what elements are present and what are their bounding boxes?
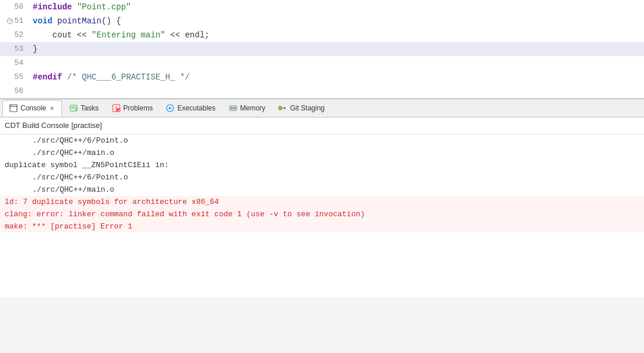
code-line-56: 56 — [0, 84, 644, 98]
code-content-53: } — [33, 42, 639, 56]
tab-executables[interactable]: Executables — [160, 100, 221, 116]
code-line-53: 53 } — [0, 42, 644, 56]
collapse-btn-51[interactable]: − — [7, 18, 13, 24]
svg-marker-18 — [284, 107, 286, 109]
code-line-50: 50 #include "Point.cpp" — [0, 0, 644, 14]
code-content-52: cout << "Entering main" << endl; — [33, 28, 639, 42]
console-line-7: make: *** [practise] Error 1 — [0, 220, 644, 233]
tasks-icon — [69, 103, 78, 113]
tab-git-staging-label: Git Staging — [290, 104, 324, 112]
console-line-2: duplicate symbol __ZN5PointC1Eii in: — [0, 159, 644, 171]
line-number-54: 54 — [5, 56, 23, 70]
line-number-52: 52 — [5, 28, 23, 42]
svg-marker-11 — [169, 107, 172, 110]
code-editor: 50 #include "Point.cpp" −51 void pointMa… — [0, 0, 644, 99]
tab-tasks-label: Tasks — [81, 104, 99, 112]
line-number-50: 50 — [5, 0, 23, 14]
tab-tasks[interactable]: Tasks — [63, 100, 105, 116]
console-line-1: ./src/QHC++/main.o — [0, 147, 644, 159]
tab-bar: Console ✕ Tasks ! ⚠ — [0, 99, 644, 117]
memory-icon — [228, 103, 238, 113]
console-line-4: ./src/QHC++/main.o — [0, 184, 644, 196]
tab-memory[interactable]: Memory — [223, 100, 271, 116]
code-content-55: #endif /* QHC___6_PRACTISE_H_ */ — [33, 70, 639, 84]
svg-rect-15 — [234, 107, 236, 109]
console-area: CDT Build Console [practise] ./src/QHC++… — [0, 117, 644, 297]
tab-git-staging[interactable]: Git Staging — [272, 100, 330, 116]
tab-console-label: Console — [20, 104, 46, 112]
problems-icon: ! ⚠ — [112, 103, 121, 113]
svg-rect-14 — [233, 107, 234, 109]
console-icon — [9, 103, 18, 113]
executables-icon — [165, 103, 175, 113]
console-line-0: ./src/QHC++/6/Point.o — [0, 134, 644, 147]
code-line-51: −51 void pointMain() { — [0, 14, 644, 28]
svg-text:⚠: ⚠ — [117, 109, 120, 112]
tab-console-close[interactable]: ✕ — [49, 105, 56, 112]
line-number-56: 56 — [5, 84, 23, 98]
console-line-5: ld: 7 duplicate symbols for architecture… — [0, 196, 644, 208]
console-header: CDT Build Console [practise] — [0, 117, 644, 134]
line-number-55: 55 — [5, 70, 23, 84]
tab-problems-label: Problems — [123, 104, 153, 112]
code-line-55: 55 #endif /* QHC___6_PRACTISE_H_ */ — [0, 70, 644, 84]
bottom-section: Console ✕ Tasks ! ⚠ — [0, 99, 644, 297]
tab-problems[interactable]: ! ⚠ Problems — [106, 100, 159, 116]
svg-rect-16 — [279, 106, 282, 110]
tab-memory-label: Memory — [240, 104, 265, 112]
code-line-54: 54 — [0, 56, 644, 70]
code-content-51: void pointMain() { — [33, 14, 639, 28]
code-line-52: 52 cout << "Entering main" << endl; — [0, 28, 644, 42]
git-icon — [278, 103, 288, 113]
console-line-3: ./src/QHC++/6/Point.o — [0, 171, 644, 184]
line-number-53: 53 — [5, 42, 23, 56]
console-line-6: clang: error: linker command failed with… — [0, 208, 644, 220]
svg-rect-13 — [231, 107, 232, 109]
code-content-50: #include "Point.cpp" — [33, 0, 639, 14]
svg-rect-2 — [11, 105, 12, 106]
tab-console[interactable]: Console ✕ — [2, 100, 62, 116]
tab-executables-label: Executables — [177, 104, 215, 112]
line-number-51: −51 — [5, 14, 23, 28]
